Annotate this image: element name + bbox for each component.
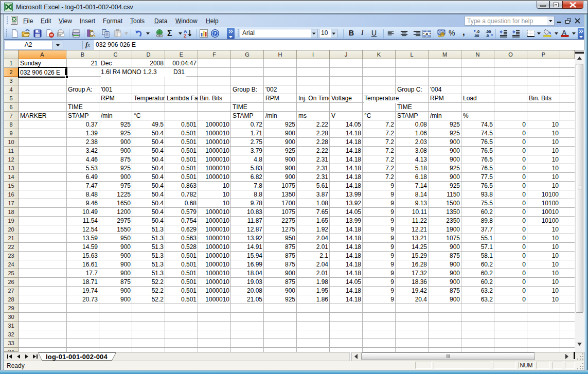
svg-text:?: ? [213, 30, 217, 37]
svg-text:.0: .0 [486, 33, 489, 38]
svg-text:a: a [425, 31, 428, 36]
svg-text:Z: Z [184, 33, 187, 38]
svg-text:.00: .00 [474, 33, 479, 38]
